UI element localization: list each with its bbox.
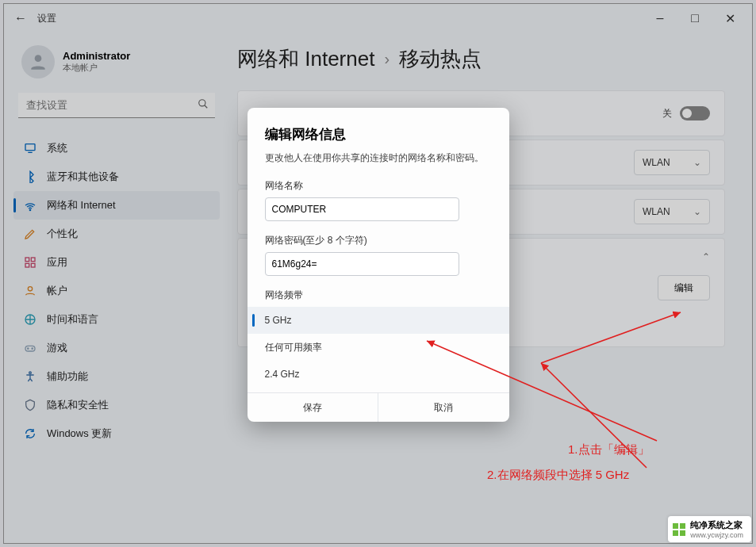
network-password-label: 网络密码(至少 8 个字符) xyxy=(265,234,492,247)
band-option[interactable]: 任何可用频率 xyxy=(248,334,509,361)
band-option[interactable]: 2.4 GHz xyxy=(248,361,509,388)
dialog-title: 编辑网络信息 xyxy=(265,125,492,143)
watermark: 纯净系统之家 www.ycwjzy.com xyxy=(668,516,751,542)
network-band-label: 网络频带 xyxy=(265,289,492,302)
network-password-input[interactable] xyxy=(265,252,460,276)
watermark-logo-icon xyxy=(673,523,685,536)
network-name-label: 网络名称 xyxy=(265,179,492,193)
network-name-input[interactable] xyxy=(265,197,460,221)
cancel-button[interactable]: 取消 xyxy=(378,393,509,422)
edit-network-dialog: 编辑网络信息 更改他人在使用你共享的连接时的网络名称和密码。 网络名称 网络密码… xyxy=(248,108,509,422)
band-option[interactable]: 5 GHz xyxy=(248,307,509,334)
dialog-description: 更改他人在使用你共享的连接时的网络名称和密码。 xyxy=(265,151,492,165)
save-button[interactable]: 保存 xyxy=(248,393,379,422)
band-options: 5 GHz任何可用频率2.4 GHz xyxy=(248,307,509,388)
modal-overlay: 编辑网络信息 更改他人在使用你共享的连接时的网络名称和密码。 网络名称 网络密码… xyxy=(0,0,756,547)
